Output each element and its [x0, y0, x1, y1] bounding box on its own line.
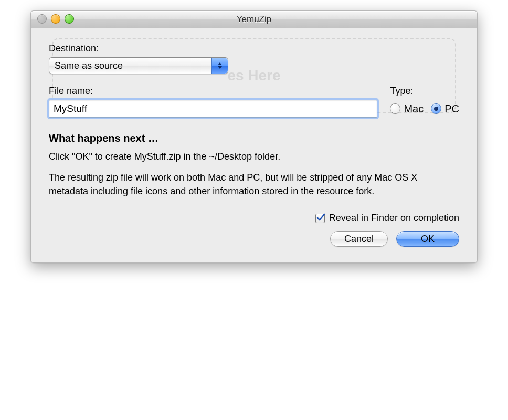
what-happens-next-heading: What happens next …	[49, 132, 459, 144]
dialog-sheet: es Here Destination: Same as source File…	[31, 28, 477, 262]
radio-icon	[390, 103, 400, 114]
type-radio-pc[interactable]: PC	[431, 103, 459, 115]
destination-selected: Same as source	[55, 60, 123, 71]
destination-label: Destination:	[49, 43, 459, 54]
type-radio-pc-label: PC	[444, 103, 459, 115]
checkbox-icon	[315, 214, 325, 223]
svg-marker-1	[218, 66, 222, 69]
minimize-window-button[interactable]	[51, 14, 60, 24]
svg-marker-0	[218, 62, 222, 65]
type-radio-mac[interactable]: Mac	[390, 103, 424, 115]
type-radio-mac-label: Mac	[404, 103, 424, 115]
what-happens-next-line2: The resulting zip file will work on both…	[49, 171, 459, 198]
window-title: YemuZip	[31, 11, 477, 28]
type-label: Type:	[390, 86, 459, 97]
dialog-window: YemuZip es Here Destination: Same as sou…	[30, 10, 478, 263]
destination-popup[interactable]: Same as source	[49, 57, 228, 74]
what-happens-next-line1: Click "OK" to create MyStuff.zip in the …	[49, 150, 459, 163]
filename-input[interactable]	[49, 100, 377, 118]
radio-icon	[431, 103, 441, 114]
window-controls	[37, 14, 74, 24]
filename-label: File name:	[49, 86, 377, 97]
title-bar: YemuZip	[31, 11, 477, 28]
close-window-button[interactable]	[37, 14, 47, 24]
zoom-window-button[interactable]	[65, 14, 74, 24]
popup-arrows-icon	[211, 58, 228, 74]
reveal-in-finder-label: Reveal in Finder on completion	[329, 213, 459, 224]
ok-button[interactable]: OK	[396, 231, 459, 247]
cancel-button[interactable]: Cancel	[330, 231, 388, 247]
reveal-in-finder-checkbox[interactable]: Reveal in Finder on completion	[315, 213, 459, 224]
